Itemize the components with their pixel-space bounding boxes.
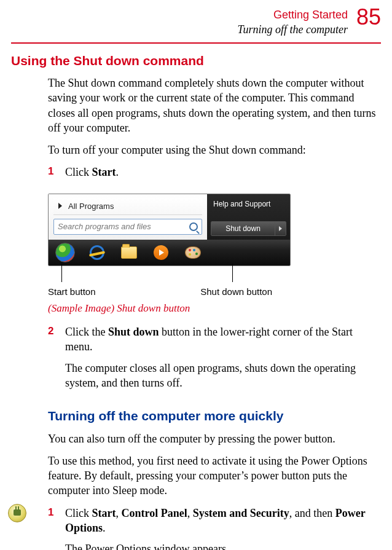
chapter-title: Getting Started [237, 7, 348, 22]
page-number: 85 [356, 6, 381, 28]
start-button[interactable] [52, 243, 78, 262]
leader-line-start [61, 264, 62, 282]
step-2-result: The computer closes all open programs, s… [65, 361, 381, 391]
step-3-sep1: , [116, 507, 122, 519]
callout-shutdown-button: Shut down button [200, 286, 272, 298]
triangle-right-icon [58, 203, 62, 209]
power-options-margin-icon [8, 504, 26, 522]
step-2: 2 Click the Shut down button in the lowe… [48, 324, 381, 396]
heading-shutdown: Using the Shut down command [11, 52, 381, 69]
step-2-number: 2 [48, 324, 57, 396]
taskbar-explorer[interactable] [116, 243, 142, 262]
all-programs-item[interactable]: All Programs [53, 198, 202, 216]
chevron-right-icon [279, 226, 282, 231]
shutdown-button[interactable]: Shut down [211, 221, 286, 236]
search-placeholder: Search programs and files [58, 221, 151, 232]
header-text: Getting Started Turning off the computer [237, 7, 348, 37]
step-2-pre: Click the [65, 326, 108, 338]
paint-icon [185, 246, 201, 259]
start-menu-right: Help and Support Shut down [207, 194, 290, 240]
callout-labels: Start button Shut down button [48, 286, 291, 298]
step-3-system-security: System and Security [193, 507, 289, 519]
shot-top: All Programs Search programs and files H… [49, 194, 290, 240]
taskbar [49, 240, 290, 265]
power-plug-icon [8, 504, 26, 522]
step-2-bold: Shut down [108, 326, 159, 338]
callout-start-button: Start button [48, 286, 96, 298]
step-1-bold: Start [92, 166, 116, 178]
figure: All Programs Search programs and files H… [48, 194, 381, 298]
step-3-sep3: , and then [289, 507, 335, 519]
search-input[interactable]: Search programs and files [53, 219, 202, 235]
step-2-body: Click the Shut down button in the lower-… [65, 324, 381, 396]
quick-off-intro: You can also turn off the computer by pr… [48, 431, 381, 446]
step-3-controlpanel: Control Panel [122, 507, 187, 519]
callout-lines [48, 266, 291, 285]
step-1: 1 Click Start. [48, 165, 381, 186]
page-header: Getting Started Turning off the computer… [11, 7, 381, 42]
section-title: Turning off the computer [237, 22, 348, 37]
taskbar-media-player[interactable] [148, 243, 174, 262]
step-1-body: Click Start. [65, 165, 381, 186]
heading-quick-off: Turning off the computer more quickly [48, 407, 381, 425]
taskbar-ie[interactable] [84, 243, 110, 262]
help-support-item[interactable]: Help and Support [211, 198, 286, 210]
taskbar-paint[interactable] [180, 243, 206, 262]
quick-off-method: To use this method, you first need to ac… [48, 454, 381, 498]
step-3-post: . [103, 522, 106, 534]
leader-line-shutdown [232, 264, 233, 282]
folder-icon [121, 246, 137, 259]
shutdown-label: Shut down [211, 222, 275, 235]
figure-caption: (Sample Image) Shut down button [48, 302, 381, 316]
header-rule [11, 42, 381, 44]
start-menu-screenshot: All Programs Search programs and files H… [48, 194, 291, 266]
step-1-post: . [116, 166, 119, 178]
intro-paragraph-1: The Shut down command completely shuts d… [48, 76, 381, 135]
step-3-result: The Power Options window appears. [65, 541, 381, 550]
step-3-body: Click Start, Control Panel, System and S… [65, 506, 381, 550]
ie-icon [90, 245, 104, 260]
step-1-number: 1 [48, 165, 57, 186]
step-3-sep2: , [187, 507, 193, 519]
shutdown-menu-arrow[interactable] [275, 222, 286, 235]
step-1-pre: Click [65, 166, 92, 178]
windows-orb-icon [55, 243, 75, 262]
step-3-pre: Click [65, 507, 92, 519]
all-programs-label: All Programs [68, 201, 114, 212]
intro-paragraph-2: To turn off your computer using the Shut… [48, 143, 381, 157]
media-player-icon [154, 245, 168, 260]
step-3-number: 1 [48, 506, 57, 550]
step-3: 1 Click Start, Control Panel, System and… [48, 506, 381, 550]
search-icon [189, 222, 198, 231]
start-menu-left: All Programs Search programs and files [49, 194, 207, 240]
step-3-start: Start [92, 507, 116, 519]
